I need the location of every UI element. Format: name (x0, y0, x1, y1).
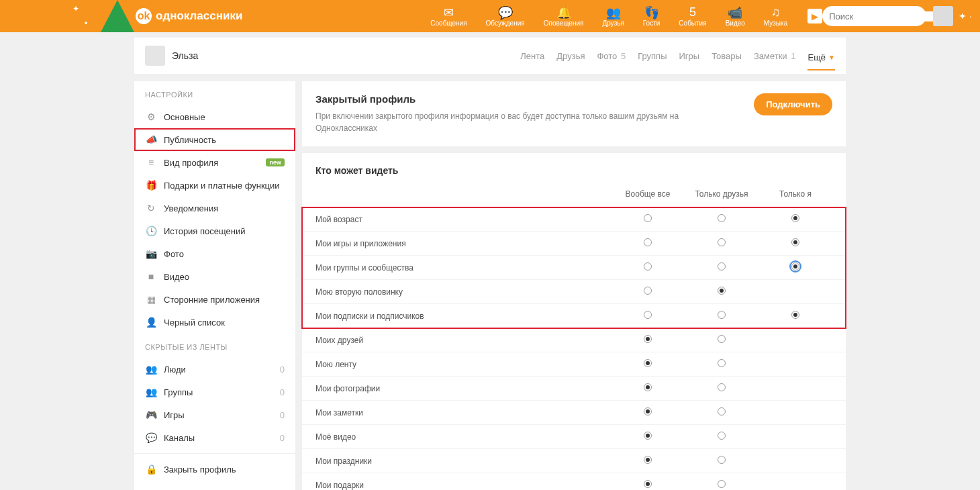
radio-option[interactable] (644, 432, 652, 440)
profile-name: Эльза (172, 50, 198, 61)
topnav-item[interactable]: 5События (679, 6, 706, 27)
nav-icon: 👣 (644, 6, 659, 19)
search-input[interactable] (829, 11, 942, 21)
sidebar-item[interactable]: 🕓История посещений (134, 219, 295, 242)
sidebar-item-label: Закрыть профиль (164, 464, 285, 475)
radio-option[interactable] (644, 287, 652, 295)
profile-avatar[interactable] (145, 46, 165, 66)
sidebar-item[interactable]: 👤Черный список (134, 311, 295, 334)
topnav-item[interactable]: 🔔Оповещения (544, 6, 584, 27)
nav-label: Друзья (602, 19, 624, 27)
brand-text: oдноклассники (156, 9, 242, 23)
sidebar-item[interactable]: 🎁Подарки и платные функции (134, 174, 295, 197)
radio-option[interactable] (718, 214, 726, 222)
radio-option[interactable] (791, 311, 799, 319)
radio-option[interactable] (644, 480, 652, 488)
profile-tab[interactable]: Игры (679, 48, 700, 64)
logo[interactable]: ok oдноклассники (136, 8, 242, 24)
radio-option[interactable] (718, 407, 726, 415)
sidebar-item-label: Черный список (164, 317, 285, 328)
sidebar-item-label: Игры (164, 410, 273, 420)
profile-tab[interactable]: Лента (520, 48, 544, 64)
regular-rows: Моих друзейМою лентуМои фотографииМои за… (302, 328, 846, 490)
sidebar-item[interactable]: ▦Сторонние приложения (134, 288, 295, 311)
profile-tabs: ЛентаДрузьяФото 5ГруппыИгрыТоварыЗаметки… (520, 48, 835, 64)
row-label: Мои группы и сообщества (315, 263, 611, 273)
topnav-item[interactable]: 📹Видео (726, 6, 745, 27)
radio-option[interactable] (791, 238, 799, 246)
topnav-item[interactable]: 👥Друзья (602, 6, 624, 27)
sidebar-item[interactable]: 👥Люди0 (134, 358, 295, 381)
row-label: Моих друзей (315, 336, 611, 345)
sidebar-item[interactable]: 📷Фото (134, 242, 295, 265)
sidebar-item-close-profile[interactable]: 🔒 Закрыть профиль (134, 458, 295, 481)
tree-icon (101, 0, 134, 32)
radio-option[interactable] (644, 383, 652, 391)
connect-button[interactable]: Подключить (754, 93, 832, 115)
radio-option[interactable] (644, 407, 652, 415)
radio-option[interactable] (718, 432, 726, 440)
play-button[interactable]: ▶ (807, 9, 822, 23)
search-box[interactable]: 🔍 (822, 6, 926, 26)
sidebar-icon: 📷 (145, 248, 157, 259)
radio-option[interactable] (644, 262, 652, 271)
profile-tab[interactable]: Фото 5 (597, 48, 626, 64)
row-label: Мою вторую половинку (315, 287, 611, 297)
sidebar-item[interactable]: ≡Вид профиляnew (134, 151, 295, 174)
sidebar-icon: 👥 (145, 387, 157, 397)
table-header: Вообще все Только друзья Только я (302, 184, 846, 207)
radio-option[interactable] (718, 311, 726, 319)
radio-option[interactable] (718, 359, 726, 367)
topnav-item[interactable]: ♫Музыка (764, 6, 787, 27)
nav-icon: 💬 (498, 6, 513, 19)
nav-label: Оповещения (544, 19, 584, 27)
sidebar-item[interactable]: ■Видео (134, 265, 295, 288)
radio-option[interactable] (718, 335, 726, 343)
radio-option[interactable] (791, 262, 799, 271)
sidebar-item[interactable]: 🎮Игры0 (134, 403, 295, 426)
radio-option[interactable] (791, 214, 799, 222)
topnav-item[interactable]: 👣Гости (643, 6, 660, 27)
user-avatar[interactable] (933, 6, 953, 26)
radio-option[interactable] (644, 214, 652, 222)
profile-tab[interactable]: Друзья (556, 48, 585, 64)
radio-option[interactable] (644, 335, 652, 343)
sidebar-item[interactable]: ⚙Основные (134, 105, 295, 128)
highlighted-rows: Мой возрастМои игры и приложенияМои груп… (302, 207, 846, 328)
radio-option[interactable] (644, 311, 652, 319)
profile-tab[interactable]: Ещё ▼ (807, 50, 835, 70)
row-label: Моё видео (315, 432, 611, 442)
radio-option[interactable] (644, 238, 652, 246)
table-row: Мои заметки (302, 401, 846, 425)
table-row: Моё видео (302, 425, 846, 449)
sidebar-count: 0 (280, 410, 285, 420)
sidebar-item[interactable]: 👥Группы0 (134, 381, 295, 403)
permissions-table: Вообще все Только друзья Только я Мой во… (302, 184, 846, 490)
sidebar-item-label: Уведомления (164, 203, 285, 213)
radio-option[interactable] (718, 383, 726, 391)
radio-option[interactable] (718, 480, 726, 488)
profile-tab[interactable]: Заметки 1 (754, 48, 796, 64)
sidebar-item[interactable]: 📣Публичность (134, 128, 295, 151)
radio-option[interactable] (644, 359, 652, 367)
row-label: Мои заметки (315, 408, 611, 418)
radio-option[interactable] (718, 287, 726, 295)
sidebar-item-label: Люди (164, 364, 273, 375)
radio-option[interactable] (644, 456, 652, 464)
radio-option[interactable] (718, 262, 726, 271)
sidebar-count: 0 (280, 387, 285, 397)
topnav-item[interactable]: ✉Сообщения (430, 6, 467, 27)
lock-icon: 🔒 (145, 464, 157, 475)
sidebar-icon: 🎁 (145, 180, 157, 191)
sidebar-item[interactable]: ↻Уведомления (134, 197, 295, 219)
topnav-item[interactable]: 💬Обсуждения (486, 6, 525, 27)
table-row: Мой возраст (302, 207, 846, 232)
radio-option[interactable] (718, 238, 726, 246)
row-label: Мои подарки (315, 481, 611, 490)
profile-tab[interactable]: Группы (638, 48, 667, 64)
new-badge: new (266, 158, 285, 166)
sidebar-item[interactable]: 💬Каналы0 (134, 426, 295, 449)
profile-tab[interactable]: Товары (712, 48, 742, 64)
radio-option[interactable] (718, 456, 726, 464)
sidebar-item-label: Вид профиля (164, 158, 259, 168)
